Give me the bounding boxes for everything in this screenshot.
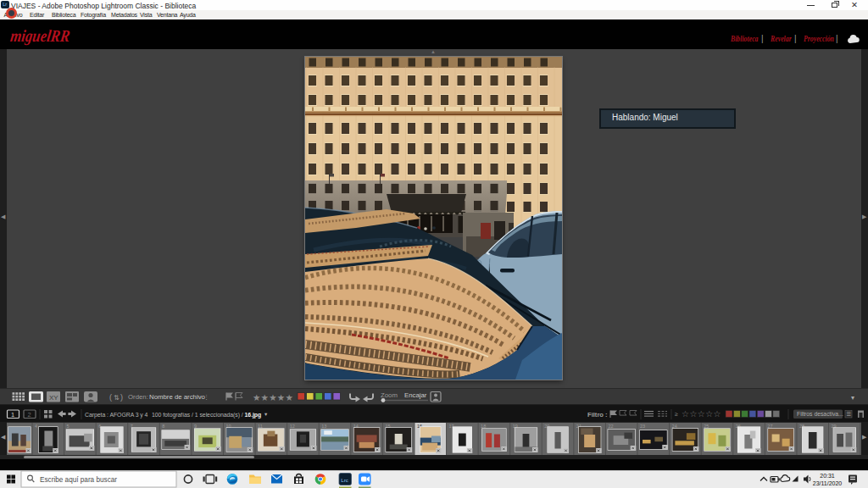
svg-text:27: 27 xyxy=(767,424,772,429)
svg-text:5: 5 xyxy=(67,424,70,429)
svg-text:Filtro :: Filtro : xyxy=(587,411,608,419)
svg-text:▾: ▾ xyxy=(851,394,854,402)
svg-text:13: 13 xyxy=(321,424,326,429)
svg-text:Escribe aquí para buscar: Escribe aquí para buscar xyxy=(40,476,117,484)
svg-text:★: ★ xyxy=(285,392,292,402)
svg-text:2: 2 xyxy=(28,411,31,419)
svg-text:★: ★ xyxy=(261,392,269,402)
svg-text:★: ★ xyxy=(277,392,285,402)
svg-text:25: 25 xyxy=(704,424,709,429)
svg-text:▾: ▾ xyxy=(264,411,268,417)
svg-text:4: 4 xyxy=(35,424,37,429)
svg-text:☰: ☰ xyxy=(847,411,852,417)
svg-text:Encajar: Encajar xyxy=(404,391,427,399)
svg-text:9: 9 xyxy=(194,424,197,429)
svg-text:★: ★ xyxy=(269,392,276,402)
svg-text:Filtros desactiva...: Filtros desactiva... xyxy=(797,411,843,417)
svg-text:12: 12 xyxy=(290,424,295,429)
svg-text:⋮: ⋮ xyxy=(203,394,209,400)
svg-text:18: 18 xyxy=(481,424,486,429)
svg-text:Zoom: Zoom xyxy=(381,391,398,399)
svg-text:☆: ☆ xyxy=(698,409,705,419)
svg-text:20:31: 20:31 xyxy=(820,473,835,479)
svg-text:≥: ≥ xyxy=(675,411,678,417)
svg-text:24: 24 xyxy=(672,424,677,429)
svg-text:Orden:: Orden: xyxy=(128,393,148,401)
svg-text:Lrc: Lrc xyxy=(341,477,348,483)
svg-text:☆: ☆ xyxy=(689,409,697,419)
svg-text:★: ★ xyxy=(253,392,260,402)
svg-text:Nombre de archivo: Nombre de archivo xyxy=(149,393,206,401)
svg-text:11: 11 xyxy=(258,424,263,429)
svg-text:): ) xyxy=(120,393,123,402)
svg-text:☆: ☆ xyxy=(682,409,689,419)
svg-text:22: 22 xyxy=(608,424,613,429)
svg-text:8: 8 xyxy=(162,424,164,429)
svg-text:XY: XY xyxy=(49,394,58,402)
svg-text:23: 23 xyxy=(640,424,645,429)
svg-text:Carpeta : AFOGRA 3 y 4: Carpeta : AFOGRA 3 y 4 xyxy=(85,412,148,419)
svg-text:1: 1 xyxy=(11,411,14,419)
svg-text:⇅: ⇅ xyxy=(114,394,120,402)
svg-text:100 fotografías / 1 selecciona: 100 fotografías / 1 seleccionada(s) / 16… xyxy=(152,412,261,419)
svg-text:☆: ☆ xyxy=(705,409,713,419)
svg-text:☆: ☆ xyxy=(714,409,721,419)
svg-text:(: ( xyxy=(109,393,112,402)
svg-text:23/11/2020: 23/11/2020 xyxy=(813,480,843,486)
